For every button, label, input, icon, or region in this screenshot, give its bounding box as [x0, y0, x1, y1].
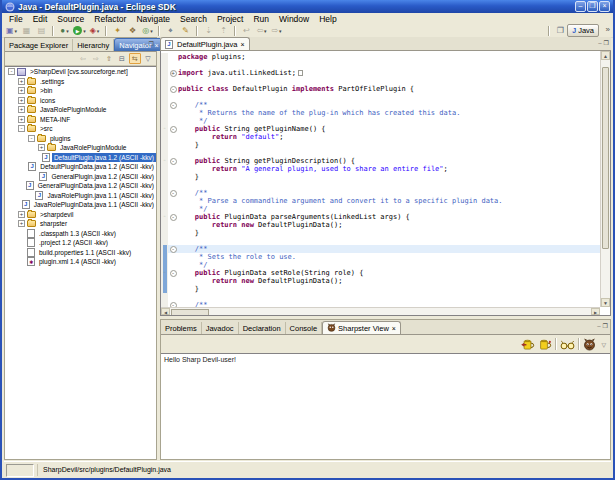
menu-navigate[interactable]: Navigate — [131, 14, 175, 24]
code-line[interactable]: } — [161, 173, 600, 181]
toolbar-overflow-chevron[interactable]: » — [606, 25, 610, 34]
fold-collapse-icon[interactable]: - — [170, 86, 177, 93]
forward-icon[interactable]: ⇨ — [90, 53, 102, 64]
code-line[interactable]: ◦- public PluginData parseArguments(Link… — [161, 213, 600, 221]
java-search-button[interactable]: ⌖ — [163, 25, 178, 37]
tree-item[interactable]: +.settings — [5, 77, 156, 87]
bottom-view-menu-icon[interactable]: ▽ — [601, 341, 606, 348]
code-line[interactable]: ◦- public String getPluginDescription() … — [161, 157, 600, 165]
expand-icon[interactable]: + — [18, 97, 25, 104]
tree-item[interactable]: ✱plugin.xml 1.4 (ASCII -kkv) — [5, 257, 156, 267]
scrollbar-thumb[interactable] — [602, 67, 609, 249]
tree-item[interactable]: JJavaRolePluginData.java 1.1 (ASCII -kkv… — [5, 200, 156, 210]
tree-item[interactable]: JDefaultPlugin.java 1.2 (ASCII -kkv) — [5, 153, 156, 163]
collapse-icon[interactable]: - — [8, 68, 15, 75]
debug-button[interactable]: ●▾ — [57, 25, 72, 37]
view-maximize-icon[interactable]: ❒ — [603, 322, 608, 330]
code-line[interactable]: return "default"; — [161, 133, 600, 141]
editor-tab-defaultplugin-java[interactable]: JDefaultPlugin.java× — [160, 37, 250, 50]
forward-button[interactable]: ⇨▾ — [269, 25, 284, 37]
tree-item[interactable]: +>sharpdevil — [5, 210, 156, 220]
new-wizard-button[interactable]: ▣▾ — [4, 25, 19, 37]
run-button[interactable]: ▶▾ — [72, 25, 87, 37]
collapse-icon[interactable]: - — [28, 135, 35, 142]
tree-item[interactable]: +>bin — [5, 86, 156, 96]
menu-refactor[interactable]: Refactor — [89, 14, 131, 24]
collapse-icon[interactable]: - — [18, 125, 25, 132]
code-line[interactable] — [161, 149, 600, 157]
menu-project[interactable]: Project — [212, 14, 248, 24]
close-icon[interactable]: × — [154, 42, 158, 49]
previous-annotation-button[interactable]: ⇡ — [216, 25, 231, 37]
new-package-button[interactable]: ❖ — [125, 25, 140, 37]
close-button[interactable]: × — [599, 1, 610, 12]
code-line[interactable]: * Parse a commandline argument and conve… — [161, 197, 600, 205]
code-line[interactable]: package plugins; — [161, 53, 600, 61]
perspective-tab-java[interactable]: J Java — [567, 24, 599, 37]
expand-icon[interactable]: + — [18, 220, 25, 227]
tree-item[interactable]: build.properties 1.1 (ASCII -kkv) — [5, 248, 156, 258]
new-java-project-button[interactable]: ✦ — [110, 25, 125, 37]
save-button[interactable]: ▦ — [19, 25, 34, 37]
menu-window[interactable]: Window — [274, 14, 314, 24]
code-text[interactable]: package plugins;+import java.util.Linked… — [161, 53, 600, 309]
fold-collapse-icon[interactable]: - — [170, 190, 177, 197]
menu-run[interactable]: Run — [248, 14, 274, 24]
expand-icon[interactable]: + — [18, 87, 25, 94]
minimize-button[interactable]: – — [575, 1, 586, 12]
code-line[interactable]: return "A general plugin, used to share … — [161, 165, 600, 173]
expand-icon[interactable]: + — [38, 144, 45, 151]
code-line[interactable]: } — [161, 229, 600, 237]
code-line[interactable]: return new DefaultPluginData(); — [161, 277, 600, 285]
code-line[interactable]: ◦- public PluginData setRole(String role… — [161, 269, 600, 277]
view-maximize-icon[interactable]: ❒ — [604, 39, 609, 47]
back-icon[interactable]: ⇦ — [77, 53, 89, 64]
view-tab-problems[interactable]: Problems — [161, 322, 202, 334]
view-tab-javadoc[interactable]: Javadoc — [202, 322, 239, 334]
view-tab-sharpster-view[interactable]: Sharpster View× — [322, 321, 401, 334]
tree-item[interactable]: +JavaRolePluginModule — [5, 105, 156, 115]
mug-new-icon[interactable] — [538, 338, 552, 351]
code-line[interactable] — [161, 61, 600, 69]
code-line[interactable]: return new DefaultPluginData(); — [161, 221, 600, 229]
fold-collapse-icon[interactable]: - — [170, 158, 177, 165]
scroll-right-icon[interactable]: ▶ — [591, 308, 600, 315]
fold-collapse-icon[interactable]: - — [170, 102, 177, 109]
view-maximize-icon[interactable]: ❒ — [149, 40, 154, 48]
collapse-all-icon[interactable]: ⊟ — [116, 53, 128, 64]
fold-collapse-icon[interactable]: - — [170, 214, 177, 221]
view-tab-navigator[interactable]: Navigator× — [114, 38, 163, 51]
code-line[interactable]: } — [161, 141, 600, 149]
code-line[interactable]: */ — [161, 205, 600, 213]
mug-send-icon[interactable] — [521, 338, 535, 351]
view-tab-package-explorer[interactable]: Package Explorer — [5, 39, 73, 51]
code-line[interactable] — [161, 237, 600, 245]
code-line[interactable]: * Returns the name of the plug-in which … — [161, 109, 600, 117]
view-tab-declaration[interactable]: Declaration — [239, 322, 286, 334]
open-perspective-icon[interactable]: ❐ — [553, 25, 567, 36]
tree-item[interactable]: ->SharpDevil [cvs.sourceforge.net] — [5, 67, 156, 77]
code-line[interactable]: */ — [161, 117, 600, 125]
back-button[interactable]: ⇦▾ — [254, 25, 269, 37]
up-icon[interactable]: ⇧ — [103, 53, 115, 64]
folded-region-icon[interactable] — [298, 70, 303, 76]
tree-item[interactable]: +sharpster — [5, 219, 156, 229]
expand-icon[interactable]: + — [18, 78, 25, 85]
view-menu-icon[interactable]: ▽ — [142, 53, 154, 64]
tree-item[interactable]: .project 1.2 (ASCII -kkv) — [5, 238, 156, 248]
menu-edit[interactable]: Edit — [28, 14, 53, 24]
code-line[interactable]: - /** — [161, 101, 600, 109]
code-line[interactable] — [161, 293, 600, 301]
devil-icon[interactable] — [583, 338, 596, 351]
tree-item[interactable]: -plugins — [5, 134, 156, 144]
glasses-icon[interactable] — [560, 339, 575, 350]
view-minimize-icon[interactable]: – — [598, 39, 601, 47]
fold-collapse-icon[interactable]: - — [170, 270, 177, 277]
expand-icon[interactable]: + — [18, 211, 25, 218]
tree-item[interactable]: .classpath 1.3 (ASCII -kkv) — [5, 229, 156, 239]
code-line[interactable]: +import java.util.LinkedList; — [161, 69, 600, 77]
view-minimize-icon[interactable]: – — [143, 40, 146, 48]
tree-item[interactable]: +JavaRolePluginModule — [5, 143, 156, 153]
code-line[interactable]: -public class DefaultPlugin implements P… — [161, 85, 600, 93]
title-bar[interactable]: Java - DefaultPlugin.java - Eclipse SDK … — [2, 0, 613, 13]
